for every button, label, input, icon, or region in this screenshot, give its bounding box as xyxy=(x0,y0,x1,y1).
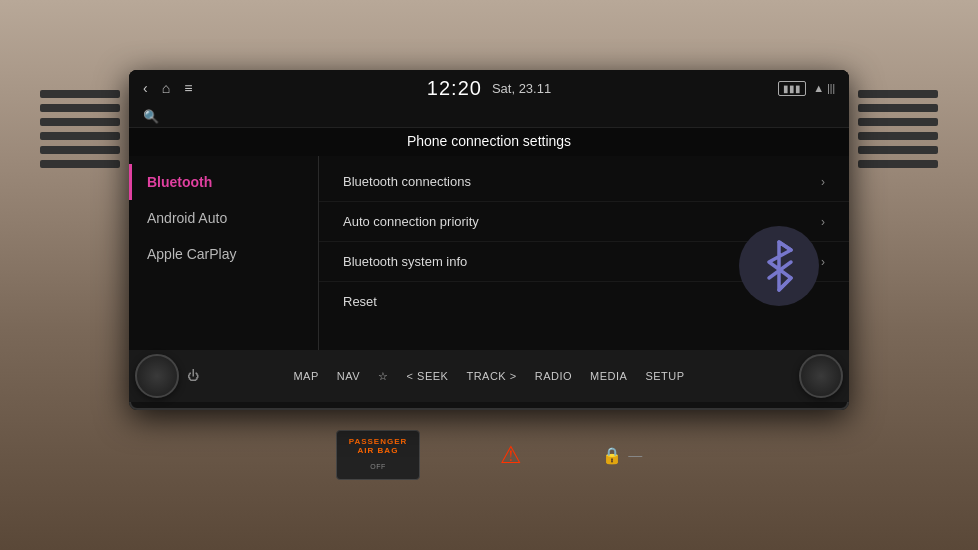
menu-item-label: Bluetooth system info xyxy=(343,254,467,269)
airbag-text-line2: AIR BAG xyxy=(349,446,408,455)
lock-icon: 🔒 xyxy=(602,446,622,465)
hazard-warning-icon[interactable]: ⚠ xyxy=(500,441,522,469)
dashboard: ‹ ⌂ ≡ 12:20 Sat, 23.11 ▮▮▮ ▲ ||| xyxy=(0,0,978,550)
right-panel: Bluetooth connections › Auto connection … xyxy=(319,156,849,350)
menu-item-label: Bluetooth connections xyxy=(343,174,471,189)
menu-item-bluetooth-connections[interactable]: Bluetooth connections › xyxy=(319,162,849,202)
screen: ‹ ⌂ ≡ 12:20 Sat, 23.11 ▮▮▮ ▲ ||| xyxy=(129,70,849,350)
menu-item-label: Auto connection priority xyxy=(343,214,479,229)
lock-icon-area: 🔒 — xyxy=(602,446,642,465)
page-title: Phone connection settings xyxy=(407,133,571,149)
date-display: Sat, 23.11 xyxy=(492,81,551,96)
radio-button[interactable]: RADIO xyxy=(527,366,580,386)
status-left: ‹ ⌂ ≡ xyxy=(143,80,192,96)
airbag-off-label: OFF xyxy=(370,463,386,470)
main-content: Bluetooth Android Auto Apple CarPlay Blu… xyxy=(129,156,849,350)
status-right: ▮▮▮ ▲ ||| xyxy=(778,81,835,96)
page-title-bar: Phone connection settings xyxy=(129,128,849,156)
chevron-right-icon: › xyxy=(821,255,825,269)
chevron-right-icon: › xyxy=(821,215,825,229)
map-button[interactable]: MAP xyxy=(285,366,326,386)
favorites-button[interactable]: ☆ xyxy=(370,366,397,387)
chevron-right-icon: › xyxy=(821,175,825,189)
back-button[interactable]: ‹ xyxy=(143,80,148,96)
lock-dash-icon: — xyxy=(628,447,642,463)
wifi-icon: ▲ xyxy=(813,82,824,94)
seek-prev-button[interactable]: < SEEK xyxy=(399,366,457,386)
hw-btn-row: MAP NAV ☆ < SEEK TRACK > RADIO MEDIA SET… xyxy=(285,366,692,387)
volume-knob[interactable] xyxy=(135,354,179,398)
nav-button[interactable]: NAV xyxy=(329,366,368,386)
status-center: 12:20 Sat, 23.11 xyxy=(427,77,551,100)
search-icon[interactable]: 🔍 xyxy=(143,109,159,124)
power-button[interactable]: ⏻ xyxy=(187,369,199,383)
tune-knob[interactable] xyxy=(799,354,843,398)
lower-dashboard: PASSENGER AIR BAG OFF ⚠ 🔒 — xyxy=(0,430,978,480)
airbag-text-line1: PASSENGER xyxy=(349,437,408,446)
sidebar-item-bluetooth[interactable]: Bluetooth xyxy=(129,164,318,200)
home-button[interactable]: ⌂ xyxy=(162,80,170,96)
menu-button[interactable]: ≡ xyxy=(184,80,192,96)
media-button[interactable]: MEDIA xyxy=(582,366,635,386)
time-display: 12:20 xyxy=(427,77,482,100)
signal-icons: ▮▮▮ ▲ ||| xyxy=(778,81,835,96)
hw-buttons-bar: ⏻ MAP NAV ☆ < SEEK TRACK > RADIO MEDIA S… xyxy=(129,350,849,402)
status-bar: ‹ ⌂ ≡ 12:20 Sat, 23.11 ▮▮▮ ▲ ||| xyxy=(129,70,849,106)
sidebar: Bluetooth Android Auto Apple CarPlay xyxy=(129,156,319,350)
sidebar-item-android-auto[interactable]: Android Auto xyxy=(129,200,318,236)
screen-bezel: ‹ ⌂ ≡ 12:20 Sat, 23.11 ▮▮▮ ▲ ||| xyxy=(129,70,849,410)
sidebar-item-apple-carplay[interactable]: Apple CarPlay xyxy=(129,236,318,272)
battery-indicator: ▮▮▮ xyxy=(778,81,806,96)
bluetooth-icon-container xyxy=(739,226,819,306)
setup-button[interactable]: SETUP xyxy=(637,366,692,386)
track-next-button[interactable]: TRACK > xyxy=(458,366,524,386)
bluetooth-logo-icon xyxy=(755,238,803,294)
signal-strength-icon: ||| xyxy=(827,83,835,94)
airbag-indicator: PASSENGER AIR BAG OFF xyxy=(336,430,421,480)
